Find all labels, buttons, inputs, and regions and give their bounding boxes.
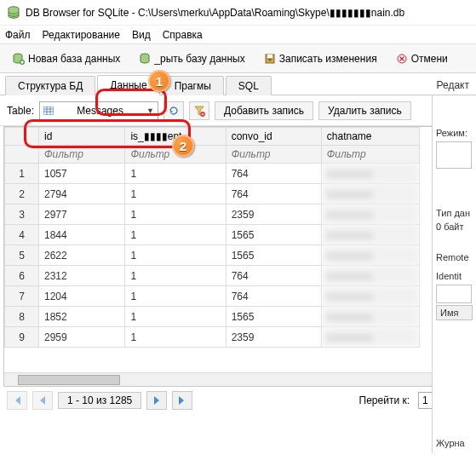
cell-chatname[interactable]: xxxxxxxxx — [321, 225, 419, 245]
new-database-button[interactable]: Новая база данных — [5, 49, 128, 68]
filter-chatname[interactable] — [327, 148, 414, 160]
next-icon — [152, 395, 162, 406]
identity-label: Identit — [433, 269, 476, 283]
cell-id[interactable]: 1844 — [39, 225, 125, 245]
table-picker-row: Table: Messages ▼ Добавить запись Удалит… — [0, 95, 476, 126]
refresh-button[interactable] — [163, 101, 184, 120]
cell-convo[interactable]: 1565 — [226, 307, 321, 327]
cell-convo[interactable]: 2359 — [226, 204, 321, 225]
tab-sql[interactable]: SQL — [226, 76, 272, 95]
svg-rect-7 — [43, 106, 54, 115]
cell-chatname[interactable]: xxxxxxxxx — [321, 307, 419, 327]
col-header-convo[interactable]: convo_id — [226, 128, 321, 146]
first-icon — [12, 395, 22, 406]
cell-chatname[interactable]: xxxxxxxxx — [321, 204, 419, 225]
cell-chatname[interactable]: xxxxxxxxx — [321, 327, 419, 348]
prev-page-button[interactable] — [32, 391, 53, 410]
undo-changes-button[interactable]: Отмени — [388, 49, 456, 68]
delete-record-button[interactable]: Удалить запись — [318, 101, 411, 120]
last-page-button[interactable] — [172, 391, 192, 410]
scrollbar-thumb[interactable] — [18, 375, 120, 385]
cell-convo[interactable]: 2359 — [226, 327, 321, 348]
main-toolbar: Новая база данных _рыть базу данных Запи… — [0, 44, 476, 73]
menu-file[interactable]: Файл — [5, 29, 31, 41]
cell-id[interactable]: 2312 — [39, 266, 125, 286]
add-record-button[interactable]: Добавить запись — [215, 101, 313, 120]
remote-label: Remote — [433, 250, 476, 264]
table-row[interactable]: 712041764xxxxxxxxx — [5, 286, 420, 307]
cell-is[interactable]: 1 — [125, 184, 226, 204]
cell-is[interactable]: 1 — [125, 245, 226, 266]
edit-cell-label: Редакт — [430, 76, 476, 95]
table-row[interactable]: 3297712359xxxxxxxxx — [5, 204, 420, 225]
cell-chatname[interactable]: xxxxxxxxx — [321, 164, 419, 184]
cell-id[interactable]: 2622 — [39, 245, 125, 266]
open-database-icon — [139, 53, 151, 65]
menu-edit[interactable]: Редактирование — [43, 29, 120, 41]
tab-structure[interactable]: Структура БД — [5, 76, 95, 95]
menu-help[interactable]: Справка — [163, 29, 203, 41]
callout-badge-2: 2 — [172, 135, 194, 157]
cell-convo[interactable]: 1565 — [226, 225, 321, 245]
pagination-bar: 1 - 10 из 1285 Перейти к: — [0, 387, 476, 414]
table-row[interactable]: 227941764xxxxxxxxx — [5, 184, 420, 204]
new-database-icon — [13, 53, 25, 65]
cell-is[interactable]: 1 — [125, 286, 226, 307]
filter-convo[interactable] — [232, 148, 316, 160]
table-row[interactable]: 110571764xxxxxxxxx — [5, 164, 420, 184]
cell-chatname[interactable]: xxxxxxxxx — [321, 245, 419, 266]
col-header-id[interactable]: id — [39, 128, 125, 146]
table-icon — [43, 106, 54, 115]
cell-chatname[interactable]: xxxxxxxxx — [321, 286, 419, 307]
cell-convo[interactable]: 1565 — [226, 245, 321, 266]
cell-id[interactable]: 2794 — [39, 184, 125, 204]
table-row[interactable]: 5262211565xxxxxxxxx — [5, 245, 420, 266]
table-row[interactable]: 623121764xxxxxxxxx — [5, 266, 420, 286]
next-page-button[interactable] — [146, 391, 167, 410]
cell-id[interactable]: 2959 — [39, 327, 125, 348]
cell-is[interactable]: 1 — [125, 266, 226, 286]
write-changes-button[interactable]: Записать изменения — [256, 49, 385, 68]
svg-rect-5 — [267, 55, 272, 58]
cell-convo[interactable]: 764 — [226, 184, 321, 204]
open-database-button[interactable]: _рыть базу данных — [131, 49, 252, 68]
cell-is[interactable]: 1 — [125, 327, 226, 348]
type-label: Тип дан — [433, 206, 476, 220]
horizontal-scrollbar[interactable] — [4, 372, 472, 386]
funnel-icon — [193, 105, 205, 117]
row-number: 6 — [5, 266, 39, 286]
table-row[interactable]: 4184411565xxxxxxxxx — [5, 225, 420, 245]
menu-view[interactable]: Вид — [132, 29, 151, 41]
cell-is[interactable]: 1 — [125, 164, 226, 184]
table-dropdown[interactable]: Messages ▼ — [39, 101, 158, 120]
cell-chatname[interactable]: xxxxxxxxx — [321, 266, 419, 286]
cell-is[interactable]: 1 — [125, 204, 226, 225]
col-header-chatname[interactable]: chatname — [321, 128, 419, 146]
cell-convo[interactable]: 764 — [226, 164, 321, 184]
page-counter: 1 - 10 из 1285 — [58, 392, 141, 409]
cell-id[interactable]: 2977 — [39, 204, 125, 225]
cell-is[interactable]: 1 — [125, 225, 226, 245]
cell-id[interactable]: 1852 — [39, 307, 125, 327]
write-changes-label: Записать изменения — [279, 53, 377, 65]
clear-filter-button[interactable] — [189, 101, 209, 120]
chevron-down-icon: ▼ — [146, 106, 154, 115]
filter-id[interactable] — [44, 148, 119, 160]
cell-convo[interactable]: 764 — [226, 286, 321, 307]
filter-corner — [5, 146, 39, 164]
cell-convo[interactable]: 764 — [226, 266, 321, 286]
first-page-button[interactable] — [7, 391, 27, 410]
row-number: 7 — [5, 286, 39, 307]
cell-is[interactable]: 1 — [125, 307, 226, 327]
table-row[interactable]: 9295912359xxxxxxxxx — [5, 327, 420, 348]
corner-cell — [5, 128, 39, 146]
table-row[interactable]: 8185211565xxxxxxxxx — [5, 307, 420, 327]
row-number: 3 — [5, 204, 39, 225]
content-tabs: Структура БД Данные Прагмы SQL Редакт — [0, 73, 476, 95]
cell-chatname[interactable]: xxxxxxxxx — [321, 184, 419, 204]
row-number: 1 — [5, 164, 39, 184]
cell-id[interactable]: 1057 — [39, 164, 125, 184]
tab-pragmas[interactable]: Прагмы — [162, 76, 224, 95]
undo-changes-label: Отмени — [411, 53, 448, 65]
cell-id[interactable]: 1204 — [39, 286, 125, 307]
